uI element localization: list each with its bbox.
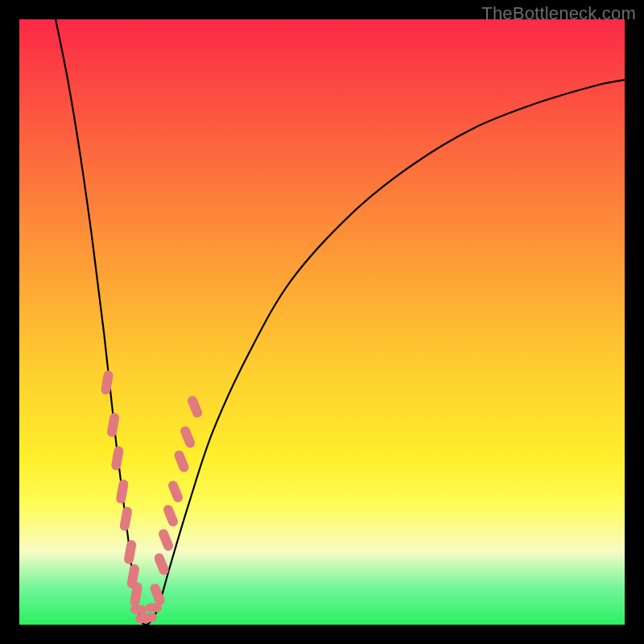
curve-marker: [130, 605, 147, 614]
curve-marker: [149, 582, 167, 606]
curve-marker: [100, 369, 114, 395]
curve-marker: [157, 527, 175, 551]
marker-group: [100, 369, 203, 623]
chart-svg: [19, 19, 625, 625]
watermark-text: TheBottleneck.com: [481, 3, 636, 24]
curve-marker: [146, 603, 162, 612]
curve-marker: [123, 539, 137, 565]
curve-marker: [115, 479, 129, 505]
curve-marker: [179, 425, 196, 449]
curve-marker: [186, 394, 204, 419]
bottleneck-curve: [56, 19, 625, 625]
curve-marker: [153, 552, 171, 576]
curve-marker: [110, 445, 124, 471]
curve-marker: [162, 503, 180, 527]
curve-marker: [173, 449, 191, 473]
curve-marker: [119, 506, 133, 532]
curve-marker: [141, 613, 157, 622]
curve-marker: [167, 479, 184, 503]
curve-marker: [106, 412, 120, 438]
